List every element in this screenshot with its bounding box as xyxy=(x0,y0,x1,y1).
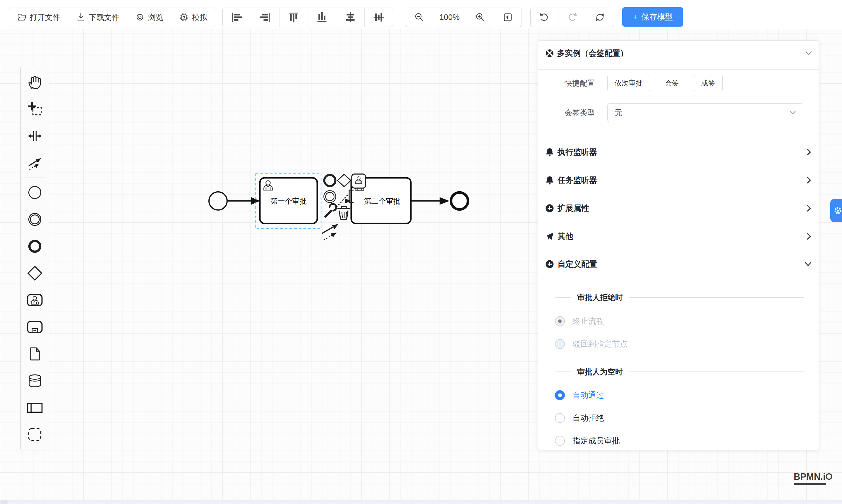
sequence-flow-1[interactable] xyxy=(227,197,260,205)
section-label: 扩展属性 xyxy=(558,203,803,214)
undo-button[interactable] xyxy=(531,8,558,26)
quick-option-countersign[interactable]: 会签 xyxy=(657,75,686,91)
watermark-text: BPMN.iO xyxy=(794,471,826,482)
horizontal-scrollbar-thumb[interactable] xyxy=(1,501,7,504)
radio-label: 指定成员审批 xyxy=(573,435,620,446)
palette-global-connect-tool[interactable] xyxy=(21,149,49,176)
undo-icon xyxy=(539,12,550,23)
preview-icon xyxy=(135,12,145,22)
chevron-right-icon xyxy=(806,176,811,184)
align-bottom-button[interactable] xyxy=(308,8,336,26)
quick-config-row: 快捷配置 依次审批 会签 或签 xyxy=(564,75,807,92)
fit-viewport-button[interactable] xyxy=(494,8,522,26)
palette-intermediate-event[interactable] xyxy=(21,206,49,233)
end-event[interactable] xyxy=(451,193,468,210)
palette-gateway[interactable] xyxy=(21,260,49,287)
sequence-flow-2[interactable] xyxy=(318,199,351,203)
palette-hand-tool[interactable] xyxy=(21,69,49,96)
quick-option-sequential[interactable]: 依次审批 xyxy=(607,75,650,91)
zoom-out-button[interactable] xyxy=(405,8,433,26)
download-file-button[interactable]: 下载文件 xyxy=(68,8,127,26)
palette-group[interactable] xyxy=(21,421,49,448)
radio-assign-member[interactable]: 指定成员审批 xyxy=(555,434,620,447)
plus-circle-icon xyxy=(545,204,554,213)
append-user-task-icon[interactable] xyxy=(352,174,366,188)
palette-start-event[interactable] xyxy=(21,179,49,206)
section-label: 执行监听器 xyxy=(558,147,803,157)
radio-icon xyxy=(555,316,565,326)
multi-instance-icon xyxy=(545,49,554,58)
empty-group-heading: 审批人为空时 xyxy=(555,365,804,378)
chip-icon xyxy=(179,12,189,22)
append-gateway-icon[interactable] xyxy=(337,174,351,187)
horizontal-scrollbar-track[interactable] xyxy=(0,501,842,504)
radio-icon xyxy=(555,436,565,446)
align-bottom-icon xyxy=(316,12,328,23)
section-other[interactable]: 其他 xyxy=(538,222,819,250)
gateway-icon xyxy=(27,265,43,282)
align-center-vertical-button[interactable] xyxy=(365,8,393,26)
palette-participant[interactable] xyxy=(21,394,49,421)
align-right-button[interactable] xyxy=(251,8,280,26)
append-intermediate-event-icon[interactable] xyxy=(324,191,336,203)
open-file-button[interactable]: 打开文件 xyxy=(9,8,68,26)
radio-return-to-node[interactable]: 驳回到指定节点 xyxy=(555,338,628,350)
quick-option-orsign[interactable]: 或签 xyxy=(694,75,723,91)
zoom-button-group: 100% xyxy=(405,7,522,27)
palette-data-object[interactable] xyxy=(21,341,49,367)
section-label: 自定义配置 xyxy=(558,259,801,269)
append-end-event-icon[interactable] xyxy=(324,175,335,186)
zoom-out-icon xyxy=(414,12,425,23)
radio-auto-pass[interactable]: 自动通过 xyxy=(555,389,604,402)
trash-icon[interactable] xyxy=(337,206,350,219)
fit-viewport-icon xyxy=(502,12,513,23)
radio-label: 驳回到指定节点 xyxy=(573,339,628,349)
zoom-in-button[interactable] xyxy=(466,8,494,26)
gear-icon xyxy=(832,205,842,216)
connect-tool-icon[interactable] xyxy=(322,224,338,240)
align-left-button[interactable] xyxy=(223,8,251,26)
user-task-icon xyxy=(27,292,43,308)
divider xyxy=(538,69,819,70)
palette-data-store[interactable] xyxy=(21,367,49,394)
simulate-button[interactable]: 模拟 xyxy=(171,8,215,26)
section-extended-properties[interactable]: 扩展属性 xyxy=(538,194,819,222)
multi-instance-header[interactable]: 多实例（会签配置） xyxy=(545,45,812,62)
bpmn-io-watermark[interactable]: BPMN.iO xyxy=(794,471,826,485)
palette-user-task[interactable] xyxy=(21,287,49,313)
countersign-type-row: 会签类型 无 xyxy=(564,103,803,122)
task-first-approval[interactable]: 第一个审批 xyxy=(260,178,317,223)
radio-auto-reject[interactable]: 自动拒绝 xyxy=(555,412,604,425)
section-task-listener[interactable]: 任务监听器 xyxy=(538,166,819,194)
section-custom-config[interactable]: 自定义配置 xyxy=(538,250,819,278)
align-top-button[interactable] xyxy=(280,8,308,26)
palette-subprocess[interactable] xyxy=(21,313,49,341)
radio-terminate-process[interactable]: 终止流程 xyxy=(555,315,604,328)
plus-circle-icon xyxy=(545,260,554,269)
chevron-right-icon xyxy=(806,204,811,212)
palette-end-event[interactable] xyxy=(21,233,49,260)
palette-lasso-tool[interactable] xyxy=(21,96,49,123)
countersign-type-select[interactable]: 无 xyxy=(607,103,803,122)
save-model-button[interactable]: + 保存模型 xyxy=(622,7,683,26)
sequence-flow-3[interactable] xyxy=(411,197,450,205)
redo-button[interactable] xyxy=(558,8,586,26)
settings-tab[interactable] xyxy=(830,199,842,222)
preview-button[interactable]: 浏览 xyxy=(127,8,171,26)
reset-button[interactable] xyxy=(586,8,614,26)
palette-space-tool[interactable] xyxy=(21,123,49,149)
wrench-icon[interactable] xyxy=(326,204,336,216)
zoom-level: 100% xyxy=(433,8,466,26)
intermediate-event-icon xyxy=(27,212,42,227)
simulate-label: 模拟 xyxy=(192,12,207,22)
align-center-horizontal-button[interactable] xyxy=(336,8,365,26)
download-icon xyxy=(76,12,86,22)
download-file-label: 下载文件 xyxy=(89,12,119,22)
participant-icon xyxy=(27,400,43,416)
start-event[interactable] xyxy=(209,192,227,210)
divider xyxy=(555,372,571,372)
group-icon xyxy=(27,427,42,442)
section-execution-listener[interactable]: 执行监听器 xyxy=(538,138,819,166)
lasso-tool-icon xyxy=(27,102,42,117)
palette-separator xyxy=(24,178,46,178)
